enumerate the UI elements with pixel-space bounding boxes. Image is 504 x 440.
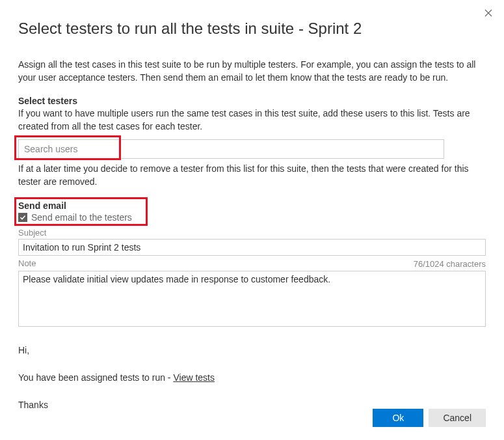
dialog-title: Select testers to run all the tests in s… (18, 20, 486, 38)
select-testers-header: Select testers (18, 96, 486, 106)
select-testers-dialog: Select testers to run all the tests in s… (0, 0, 504, 440)
select-testers-description: If you want to have multiple users run t… (18, 107, 486, 133)
dialog-description: Assign all the test cases in this test s… (18, 59, 486, 84)
close-button[interactable] (482, 7, 495, 20)
ok-button[interactable]: Ok (373, 409, 423, 427)
search-users-input[interactable] (18, 139, 444, 159)
close-icon (484, 9, 492, 17)
email-body-text: You have been assigned tests to run - (18, 372, 173, 383)
view-tests-link[interactable]: View tests (173, 372, 215, 383)
search-users-wrapper (18, 139, 486, 159)
send-email-checkbox-row: Send email to the testers (18, 212, 486, 223)
email-preview: Hi, You have been assigned tests to run … (18, 343, 486, 413)
email-greeting: Hi, (18, 343, 486, 357)
send-email-section: Send email Send email to the testers (18, 200, 486, 223)
cancel-button[interactable]: Cancel (429, 409, 486, 427)
note-label-row: Note 76/1024 characters (18, 258, 486, 269)
removal-note: If at a later time you decide to remove … (18, 163, 486, 188)
char-count: 76/1024 characters (414, 259, 486, 269)
send-email-checkbox-label: Send email to the testers (31, 212, 132, 223)
email-body-line: You have been assigned tests to run - Vi… (18, 370, 486, 385)
send-email-header: Send email (18, 200, 486, 211)
subject-input[interactable] (18, 239, 486, 256)
subject-label: Subject (18, 228, 486, 238)
note-label: Note (18, 258, 36, 268)
checkmark-icon (20, 214, 26, 221)
note-textarea[interactable] (18, 271, 486, 327)
dialog-button-bar: Ok Cancel (373, 409, 486, 427)
send-email-checkbox[interactable] (18, 213, 27, 222)
